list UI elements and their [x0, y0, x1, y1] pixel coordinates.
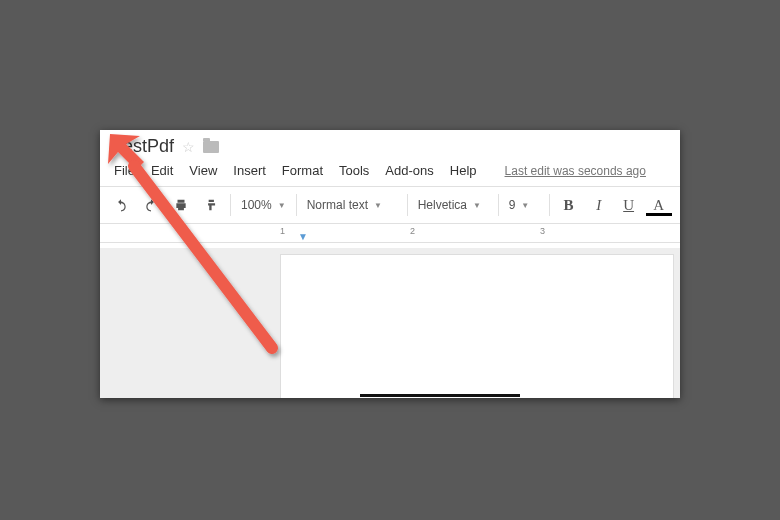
ruler-tick: 3: [540, 226, 545, 236]
separator: [230, 194, 231, 216]
menu-insert[interactable]: Insert: [233, 163, 266, 178]
title-bar: TestPdf ☆: [100, 130, 680, 159]
paragraph-style-dropdown[interactable]: Normal text ▼: [301, 192, 403, 218]
separator: [407, 194, 408, 216]
paragraph-style-value: Normal text: [307, 198, 368, 212]
menu-format[interactable]: Format: [282, 163, 323, 178]
page-bottom-mark: [360, 394, 520, 397]
chevron-down-icon: ▼: [521, 201, 529, 210]
zoom-dropdown[interactable]: 100% ▼: [235, 192, 292, 218]
ruler-tick: 1: [280, 226, 285, 236]
paint-format-icon[interactable]: [196, 192, 226, 218]
font-size-value: 9: [509, 198, 516, 212]
chevron-down-icon: ▼: [278, 201, 286, 210]
ruler[interactable]: ▼ 1 2 3: [100, 224, 680, 243]
editor-body: [100, 248, 680, 398]
menu-file[interactable]: File: [114, 163, 135, 178]
underline-button[interactable]: U: [614, 192, 644, 218]
chevron-down-icon: ▼: [374, 201, 382, 210]
font-size-dropdown[interactable]: 9 ▼: [503, 192, 545, 218]
menu-bar: File Edit View Insert Format Tools Add-o…: [100, 159, 680, 186]
separator: [296, 194, 297, 216]
separator: [498, 194, 499, 216]
separator: [549, 194, 550, 216]
document-page[interactable]: [280, 254, 674, 398]
italic-button[interactable]: I: [584, 192, 614, 218]
menu-addons[interactable]: Add-ons: [385, 163, 433, 178]
menu-edit[interactable]: Edit: [151, 163, 173, 178]
chevron-down-icon: ▼: [473, 201, 481, 210]
menu-tools[interactable]: Tools: [339, 163, 369, 178]
redo-icon[interactable]: [136, 192, 166, 218]
toolbar: 100% ▼ Normal text ▼ Helvetica ▼ 9 ▼ B I…: [100, 186, 680, 224]
star-icon[interactable]: ☆: [182, 139, 195, 155]
undo-icon[interactable]: [106, 192, 136, 218]
zoom-value: 100%: [241, 198, 272, 212]
folder-icon[interactable]: [203, 141, 219, 153]
print-icon[interactable]: [166, 192, 196, 218]
document-title[interactable]: TestPdf: [114, 136, 174, 157]
indent-marker-icon[interactable]: ▼: [298, 231, 308, 242]
ruler-tick: 2: [410, 226, 415, 236]
docs-window: TestPdf ☆ File Edit View Insert Format T…: [100, 130, 680, 398]
menu-view[interactable]: View: [189, 163, 217, 178]
bold-button[interactable]: B: [554, 192, 584, 218]
text-color-button[interactable]: A: [644, 192, 674, 218]
font-value: Helvetica: [418, 198, 467, 212]
menu-help[interactable]: Help: [450, 163, 477, 178]
font-dropdown[interactable]: Helvetica ▼: [412, 192, 494, 218]
last-edit-link[interactable]: Last edit was seconds ago: [505, 164, 646, 178]
